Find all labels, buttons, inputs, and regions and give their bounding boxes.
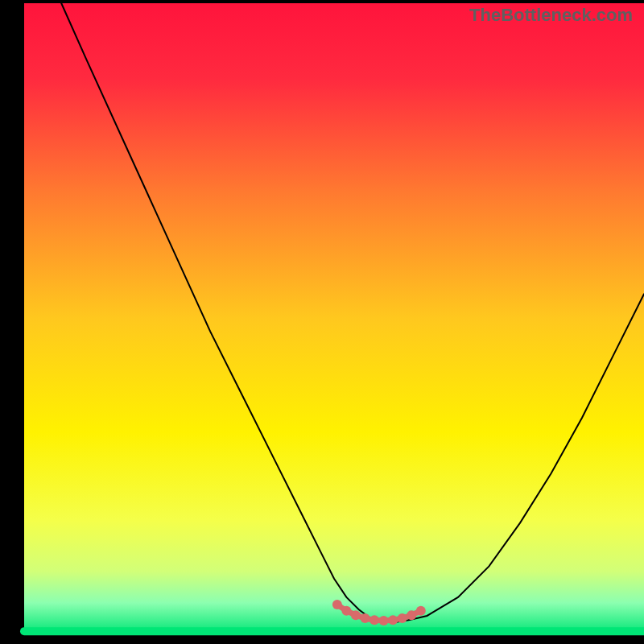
optimal-range-marker [332,600,342,609]
optimal-range-marker [388,615,398,625]
optimal-range-marker [416,606,426,616]
optimal-range-marker [407,610,416,620]
plot-background [24,3,644,634]
optimal-range-marker [369,615,379,625]
optimal-range-marker [341,606,351,616]
optimal-range-marker [398,613,407,623]
optimal-range-marker [351,610,361,620]
optimal-range-marker [361,613,370,623]
watermark-text: TheBottleneck.com [469,5,633,26]
optimal-range-marker [379,616,389,625]
bottleneck-chart: TheBottleneck.com [0,0,644,644]
chart-svg [0,0,644,644]
